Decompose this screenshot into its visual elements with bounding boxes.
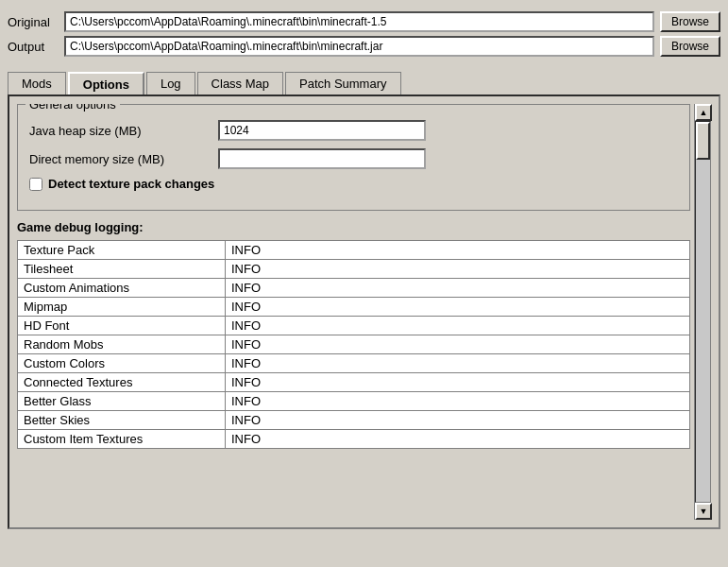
table-row: Custom Item TexturesINFO xyxy=(18,430,690,449)
scroll-track[interactable] xyxy=(695,121,711,503)
table-row: Connected TexturesINFO xyxy=(18,373,690,392)
detect-texture-row: Detect texture pack changes xyxy=(29,177,678,191)
general-options-group: General options Java heap size (MB) Dire… xyxy=(17,104,690,211)
table-row: TilesheetINFO xyxy=(18,260,690,279)
debug-item-level[interactable]: INFO xyxy=(226,241,690,260)
table-row: Random MobsINFO xyxy=(18,335,690,354)
table-row: Better SkiesINFO xyxy=(18,411,690,430)
debug-item-level[interactable]: INFO xyxy=(226,392,690,411)
tab-log[interactable]: Log xyxy=(146,72,195,94)
debug-item-level[interactable]: INFO xyxy=(226,317,690,335)
scroll-up-button[interactable]: ▲ xyxy=(695,104,712,121)
debug-logging-section: Game debug logging: Texture PackINFOTile… xyxy=(17,220,690,449)
debug-item-name: Custom Animations xyxy=(18,279,226,298)
debug-item-level[interactable]: INFO xyxy=(226,411,690,430)
debug-item-name: Custom Colors xyxy=(18,354,226,373)
tab-mods[interactable]: Mods xyxy=(8,72,66,94)
main-container: Original Browse Output Browse Mods Optio… xyxy=(0,0,728,537)
tab-bar: Mods Options Log Class Map Patch Summary xyxy=(8,72,720,94)
output-path-input[interactable] xyxy=(64,36,654,57)
group-legend: General options xyxy=(25,104,120,112)
debug-item-name: Custom Item Textures xyxy=(18,430,226,449)
direct-memory-input[interactable] xyxy=(218,148,426,169)
original-file-row: Original Browse xyxy=(8,11,720,32)
scroll-thumb[interactable] xyxy=(696,122,710,160)
debug-item-name: Better Glass xyxy=(18,392,226,411)
heap-size-input[interactable] xyxy=(218,120,426,141)
output-file-row: Output Browse xyxy=(8,36,720,57)
heap-size-row: Java heap size (MB) xyxy=(29,120,678,141)
debug-table: Texture PackINFOTilesheetINFOCustom Anim… xyxy=(17,240,690,449)
debug-heading: Game debug logging: xyxy=(17,220,690,234)
debug-item-level[interactable]: INFO xyxy=(226,279,690,298)
debug-item-level[interactable]: INFO xyxy=(226,354,690,373)
files-section: Original Browse Output Browse xyxy=(8,8,720,66)
debug-item-name: Random Mobs xyxy=(18,335,226,354)
tab-classmap[interactable]: Class Map xyxy=(197,72,283,94)
output-label: Output xyxy=(8,40,64,54)
table-row: Better GlassINFO xyxy=(18,392,690,411)
debug-item-name: Texture Pack xyxy=(18,241,226,260)
original-label: Original xyxy=(8,15,64,29)
panel-scroll-area[interactable]: General options Java heap size (MB) Dire… xyxy=(17,104,694,520)
original-browse-button[interactable]: Browse xyxy=(660,11,720,32)
table-row: MipmapINFO xyxy=(18,298,690,317)
debug-item-level[interactable]: INFO xyxy=(226,373,690,392)
debug-item-name: Connected Textures xyxy=(18,373,226,392)
debug-item-level[interactable]: INFO xyxy=(226,335,690,354)
scroll-down-button[interactable]: ▼ xyxy=(695,503,712,520)
detect-texture-checkbox[interactable] xyxy=(29,178,42,191)
scrollbar: ▲ ▼ xyxy=(694,104,711,520)
output-browse-button[interactable]: Browse xyxy=(660,36,720,57)
table-row: Custom AnimationsINFO xyxy=(18,279,690,298)
direct-memory-row: Direct memory size (MB) xyxy=(29,148,678,169)
table-row: Texture PackINFO xyxy=(18,241,690,260)
original-path-input[interactable] xyxy=(64,11,654,32)
debug-item-name: HD Font xyxy=(18,317,226,335)
table-row: HD FontINFO xyxy=(18,317,690,335)
debug-item-level[interactable]: INFO xyxy=(226,430,690,449)
debug-item-name: Better Skies xyxy=(18,411,226,430)
heap-size-label: Java heap size (MB) xyxy=(29,124,218,138)
tab-patchsummary[interactable]: Patch Summary xyxy=(285,72,400,94)
options-panel: General options Java heap size (MB) Dire… xyxy=(8,94,720,529)
direct-memory-label: Direct memory size (MB) xyxy=(29,152,218,166)
debug-item-level[interactable]: INFO xyxy=(226,298,690,317)
debug-item-name: Tilesheet xyxy=(18,260,226,279)
tab-options[interactable]: Options xyxy=(68,72,144,94)
debug-item-name: Mipmap xyxy=(18,298,226,317)
debug-item-level[interactable]: INFO xyxy=(226,260,690,279)
detect-texture-label: Detect texture pack changes xyxy=(48,177,214,191)
table-row: Custom ColorsINFO xyxy=(18,354,690,373)
